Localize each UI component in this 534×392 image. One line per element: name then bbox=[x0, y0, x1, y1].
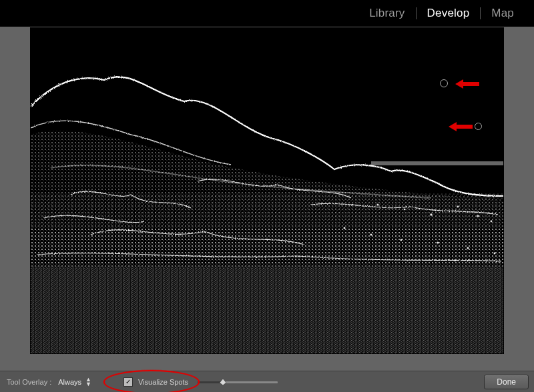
visualize-spots-checkbox[interactable]: ✓ bbox=[123, 377, 133, 387]
tool-overlay-dropdown[interactable]: Always ▲▼ bbox=[55, 376, 94, 388]
tool-overlay-value: Always bbox=[58, 378, 81, 386]
module-tab-develop[interactable]: Develop bbox=[417, 6, 481, 21]
slider-track-empty bbox=[223, 381, 278, 383]
svg-point-27 bbox=[467, 247, 469, 249]
checkmark-icon: ✓ bbox=[125, 379, 131, 385]
visualize-spots-control: ✓ Visualize Spots bbox=[123, 377, 278, 387]
svg-point-26 bbox=[437, 242, 439, 244]
svg-point-23 bbox=[344, 227, 346, 229]
module-picker: Library Develop Map bbox=[0, 0, 534, 27]
visualize-spots-preview bbox=[31, 28, 503, 353]
visualize-spots-label: Visualize Spots bbox=[138, 378, 188, 386]
done-button[interactable]: Done bbox=[484, 375, 529, 389]
svg-point-18 bbox=[404, 209, 406, 211]
svg-rect-16 bbox=[31, 265, 503, 353]
svg-point-22 bbox=[491, 221, 493, 223]
develop-toolbar: Tool Overlay : Always ▲▼ ✓ Visualize Spo… bbox=[0, 371, 534, 392]
svg-point-19 bbox=[430, 213, 432, 215]
visualize-spots-threshold-slider[interactable] bbox=[198, 378, 278, 386]
svg-point-24 bbox=[370, 233, 372, 235]
tool-overlay-label: Tool Overlay : bbox=[7, 378, 51, 386]
develop-canvas-background bbox=[0, 27, 534, 371]
svg-point-20 bbox=[457, 206, 459, 208]
updown-arrows-icon: ▲▼ bbox=[85, 377, 91, 387]
svg-point-17 bbox=[377, 204, 379, 206]
module-tab-library[interactable]: Library bbox=[358, 6, 415, 21]
svg-point-25 bbox=[400, 239, 403, 241]
svg-marker-31 bbox=[220, 379, 226, 385]
svg-point-28 bbox=[494, 253, 496, 255]
svg-rect-12 bbox=[371, 161, 503, 165]
svg-point-21 bbox=[477, 215, 479, 217]
module-tab-map[interactable]: Map bbox=[481, 6, 525, 21]
image-canvas[interactable] bbox=[31, 28, 503, 353]
slider-thumb-icon[interactable] bbox=[220, 379, 226, 385]
